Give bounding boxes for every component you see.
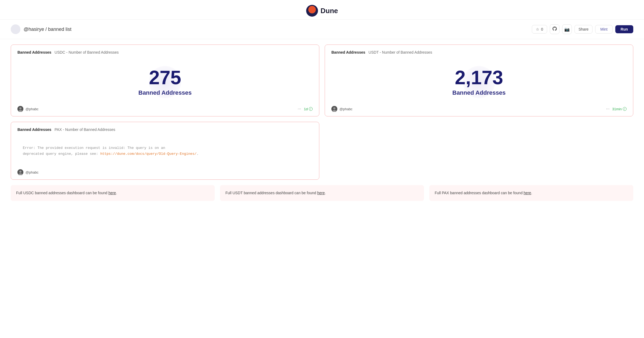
bottom-card-usdt: Full USDT banned addresses dashboard can… <box>220 185 424 201</box>
star-icon: ☆ <box>536 27 539 31</box>
share-button[interactable]: Share <box>575 25 592 34</box>
pax-card-header: Banned Addresses PAX - Number of Banned … <box>17 127 313 132</box>
camera-button[interactable]: 📷 <box>562 24 572 34</box>
svg-point-9 <box>19 171 21 173</box>
usdc-author-avatar <box>17 106 23 112</box>
bottom-card-usdc: Full USDC banned addresses dashboard can… <box>11 185 215 201</box>
usdt-card-footer: @phabc ··· 31min ✓ <box>331 106 627 112</box>
pax-card-label: Banned Addresses <box>17 127 51 132</box>
bottom-card-usdt-link[interactable]: here <box>317 191 325 195</box>
usdt-author-name: @phabc <box>339 107 353 111</box>
bottom-card-usdc-text: Full USDC banned addresses dashboard can… <box>16 191 108 195</box>
bottom-cards: Full USDC banned addresses dashboard can… <box>11 185 633 201</box>
usdc-author-name: @phabc <box>25 107 39 111</box>
toolbar-divider <box>0 39 644 39</box>
usdt-stat-label: Banned Addresses <box>452 89 506 96</box>
share-label: Share <box>579 27 588 31</box>
mint-label: Mint <box>600 27 607 31</box>
bottom-card-pax-text: Full PAX banned addresses dashboard can … <box>435 191 524 195</box>
usdt-card-subtitle: USDT - Number of Banned Addresses <box>368 50 432 54</box>
usdc-more-icon[interactable]: ··· <box>298 106 301 111</box>
usdt-time: 31min ✓ <box>612 107 627 111</box>
usdt-stat-value: 2,173 <box>455 68 503 87</box>
usdc-author: @phabc <box>17 106 39 112</box>
mint-button[interactable]: Mint <box>595 25 612 34</box>
bottom-card-usdc-link[interactable]: here <box>108 191 116 195</box>
bottom-card-pax: Full PAX banned addresses dashboard can … <box>429 185 633 201</box>
github-button[interactable] <box>550 24 559 34</box>
pax-error-link[interactable]: https://dune.com/docs/query/Old-Query-En… <box>100 152 197 156</box>
github-icon <box>552 27 557 32</box>
usdt-card-header: Banned Addresses USDT - Number of Banned… <box>331 50 627 54</box>
usdt-author: @phabc <box>331 106 353 112</box>
pax-author-avatar <box>17 169 23 175</box>
usdc-card-footer: @phabc ··· 1d ✓ <box>17 106 313 112</box>
pax-error-content: Error: The provided execution request is… <box>17 137 313 165</box>
pax-author: @phabc <box>17 169 39 175</box>
camera-icon: 📷 <box>564 27 570 32</box>
usdt-more-icon[interactable]: ··· <box>606 106 609 111</box>
usdc-stat-container: 275 Banned Addresses <box>17 60 313 102</box>
usdc-time: 1d ✓ <box>304 107 313 111</box>
usdc-meta: ··· 1d ✓ <box>298 106 313 111</box>
svg-point-3 <box>19 107 21 109</box>
bottom-card-usdt-period: . <box>325 191 326 195</box>
page-title: @hasirye / banned list <box>24 27 71 32</box>
star-count: 0 <box>541 27 543 31</box>
usdc-card-subtitle: USDC - Number of Banned Addresses <box>54 50 119 54</box>
dune-logo-icon <box>306 5 318 17</box>
user-avatar <box>11 24 20 34</box>
usdc-stat-label: Banned Addresses <box>138 89 192 96</box>
usdt-card: Banned Addresses USDT - Number of Banned… <box>325 45 633 116</box>
bottom-card-usdt-text: Full USDT banned addresses dashboard can… <box>225 191 317 195</box>
usdt-card-label: Banned Addresses <box>331 50 365 54</box>
stat-cards-grid: Banned Addresses USDC - Number of Banned… <box>11 45 633 116</box>
pax-error-period: . <box>197 152 199 156</box>
pax-author-name: @phabc <box>25 170 39 174</box>
main-content: Banned Addresses USDC - Number of Banned… <box>0 42 644 212</box>
usdc-check-icon: ✓ <box>309 107 313 111</box>
bottom-card-usdc-period: . <box>116 191 117 195</box>
usdt-author-avatar <box>331 106 337 112</box>
usdc-card-header: Banned Addresses USDC - Number of Banned… <box>17 50 313 54</box>
run-label: Run <box>621 27 628 31</box>
svg-point-6 <box>333 107 335 109</box>
svg-point-1 <box>308 6 316 13</box>
pax-card-footer: @phabc <box>17 169 313 175</box>
usdt-check-icon: ✓ <box>623 107 627 111</box>
bottom-card-pax-period: . <box>531 191 532 195</box>
pax-card: Banned Addresses PAX - Number of Banned … <box>11 122 319 180</box>
usdt-stat-container: 2,173 Banned Addresses <box>331 60 627 102</box>
usdc-stat-value: 275 <box>149 68 181 87</box>
pax-card-subtitle: PAX - Number of Banned Addresses <box>54 127 115 132</box>
bottom-card-pax-link[interactable]: here <box>524 191 531 195</box>
logo: Dune <box>306 5 338 17</box>
usdt-meta: ··· 31min ✓ <box>606 106 627 111</box>
usdc-card: Banned Addresses USDC - Number of Banned… <box>11 45 319 116</box>
page-header: Dune <box>0 0 644 20</box>
run-button[interactable]: Run <box>615 25 633 33</box>
logo-text: Dune <box>321 7 338 15</box>
toolbar-left: @hasirye / banned list <box>11 24 71 34</box>
toolbar: @hasirye / banned list ☆ 0 📷 Share Mint … <box>0 20 644 39</box>
toolbar-right: ☆ 0 📷 Share Mint Run <box>532 24 633 34</box>
usdc-card-label: Banned Addresses <box>17 50 51 54</box>
star-button[interactable]: ☆ 0 <box>532 25 547 34</box>
